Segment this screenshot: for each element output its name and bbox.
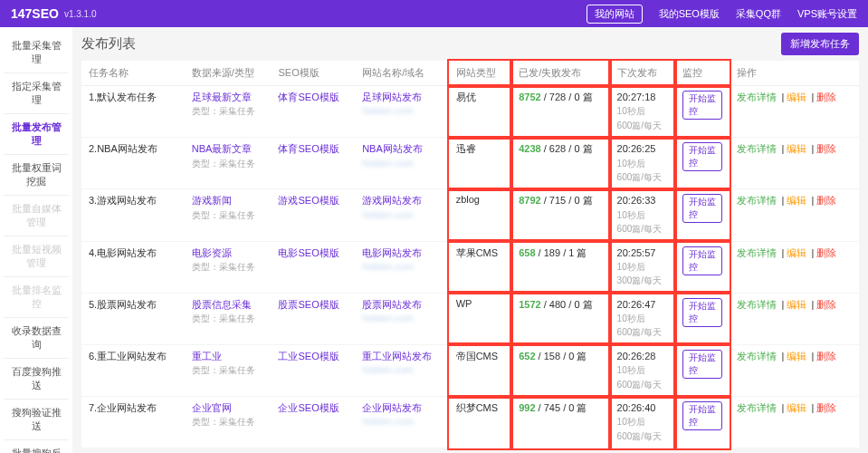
sidebar-item-0[interactable]: 批量采集管理 (4, 33, 69, 73)
nav-2[interactable]: 采集QQ群 (736, 7, 781, 21)
op-del[interactable]: 删除 (816, 143, 836, 154)
source-link[interactable]: 股票信息采集 (192, 299, 252, 310)
op-detail[interactable]: 发布详情 (737, 247, 777, 258)
cell-sitetype: 织梦CMS (449, 397, 512, 448)
col-3: 网站名称/域名 (355, 61, 449, 86)
source-link[interactable]: 足球最新文章 (192, 92, 252, 102)
op-del[interactable]: 删除 (816, 195, 836, 206)
cell-tpl: 电影SEO模版 (271, 241, 355, 293)
monitor-button[interactable]: 开始监控 (682, 246, 722, 275)
table-row: 1.默认发布任务足球最新文章类型：采集任务体育SEO模版足球网站发布hidden… (81, 86, 859, 138)
op-detail[interactable]: 发布详情 (737, 299, 777, 310)
cell-next: 20:26:2510秒后600篇/每天 (610, 138, 676, 189)
op-del[interactable]: 删除 (816, 247, 836, 258)
nav-3[interactable]: VPS账号设置 (797, 7, 857, 21)
monitor-button[interactable]: 开始监控 (682, 142, 722, 171)
tpl-link[interactable]: 企业SEO模版 (278, 402, 339, 413)
cell-site: 游戏网站发布hidden.com (355, 189, 449, 241)
op-detail[interactable]: 发布详情 (737, 195, 777, 206)
op-edit[interactable]: 编辑 (787, 247, 806, 258)
sidebar-item-10[interactable]: 批量搜狗反馈 (4, 440, 69, 453)
op-edit[interactable]: 编辑 (787, 195, 806, 206)
op-del[interactable]: 删除 (816, 402, 836, 413)
sidebar-item-3[interactable]: 批量权重词挖掘 (4, 155, 69, 196)
op-detail[interactable]: 发布详情 (737, 92, 777, 102)
cell-tpl: 体育SEO模版 (271, 138, 355, 189)
op-edit[interactable]: 编辑 (787, 351, 806, 361)
site-link[interactable]: 企业网站发布 (362, 402, 422, 413)
cell-next: 20:26:4010秒后600篇/每天 (610, 397, 676, 448)
table-row: 6.重工业网站发布重工业类型：采集任务工业SEO模版重工业网站发布hidden.… (81, 344, 859, 396)
monitor-button[interactable]: 开始监控 (682, 401, 722, 430)
sidebar-item-1[interactable]: 指定采集管理 (4, 73, 69, 114)
topbar: 147SEO v1.3.1.0 我的网站我的SEO模版采集QQ群VPS账号设置 (0, 0, 868, 27)
site-link[interactable]: 股票网站发布 (362, 299, 422, 310)
cell-next: 20:26:4710秒后600篇/每天 (610, 293, 676, 344)
cell-stats: 1572 / 480 / 0 篇 (511, 293, 609, 344)
source-link[interactable]: 游戏新闻 (192, 195, 232, 206)
monitor-button[interactable]: 开始监控 (682, 91, 722, 120)
cell-ops: 发布详情 | 编辑 | 删除 (730, 241, 859, 293)
cell-site: NBA网站发布hidden.com (355, 138, 449, 189)
cell-name: 3.游戏网站发布 (81, 189, 185, 241)
tpl-link[interactable]: 游戏SEO模版 (278, 195, 339, 206)
tpl-link[interactable]: 体育SEO模版 (278, 143, 339, 154)
monitor-button[interactable]: 开始监控 (682, 298, 722, 327)
site-link[interactable]: 重工业网站发布 (362, 351, 432, 361)
site-link[interactable]: 足球网站发布 (362, 92, 422, 102)
nav-0[interactable]: 我的网站 (587, 5, 643, 24)
op-del[interactable]: 删除 (816, 351, 836, 361)
op-del[interactable]: 删除 (816, 299, 836, 310)
source-link[interactable]: 电影资源 (192, 247, 232, 258)
source-link[interactable]: 重工业 (192, 351, 222, 361)
tpl-link[interactable]: 体育SEO模版 (278, 92, 339, 102)
op-detail[interactable]: 发布详情 (737, 402, 777, 413)
col-5: 已发/失败发布 (511, 61, 609, 86)
col-1: 数据来源/类型 (185, 61, 272, 86)
site-link[interactable]: 电影网站发布 (362, 247, 422, 258)
cell-tpl: 体育SEO模版 (271, 86, 355, 138)
cell-name: 5.股票网站发布 (81, 293, 185, 344)
cell-sitetype: 苹果CMS (449, 241, 512, 293)
op-edit[interactable]: 编辑 (787, 143, 806, 154)
cell-tpl: 企业SEO模版 (271, 397, 355, 448)
sidebar-item-7[interactable]: 收录数据查询 (4, 318, 69, 359)
cell-source: 游戏新闻类型：采集任务 (185, 189, 272, 241)
op-edit[interactable]: 编辑 (787, 299, 806, 310)
cell-next: 20:26:3310秒后600篇/每天 (610, 189, 676, 241)
cell-next: 20:27:1810秒后600篇/每天 (610, 86, 676, 138)
op-edit[interactable]: 编辑 (787, 92, 806, 102)
sidebar-item-6: 批量排名监控 (4, 277, 69, 318)
monitor-button[interactable]: 开始监控 (682, 194, 722, 223)
cell-source: 重工业类型：采集任务 (185, 344, 272, 396)
cell-sitetype: 易优 (449, 86, 512, 138)
sidebar-item-9[interactable]: 搜狗验证推送 (4, 400, 69, 440)
cell-site: 企业网站发布hidden.com (355, 397, 449, 448)
nav-1[interactable]: 我的SEO模版 (659, 7, 720, 21)
monitor-button[interactable]: 开始监控 (682, 350, 722, 379)
tpl-link[interactable]: 股票SEO模版 (278, 299, 339, 310)
op-edit[interactable]: 编辑 (787, 402, 806, 413)
site-link[interactable]: NBA网站发布 (362, 143, 423, 154)
col-0: 任务名称 (81, 61, 185, 86)
tpl-link[interactable]: 工业SEO模版 (278, 351, 339, 361)
add-task-button[interactable]: 新增发布任务 (781, 33, 859, 55)
cell-stats: 8792 / 715 / 0 篇 (511, 189, 609, 241)
col-7: 监控 (675, 61, 730, 86)
source-link[interactable]: 企业官网 (192, 402, 232, 413)
cell-monitor: 开始监控 (675, 397, 730, 448)
op-del[interactable]: 删除 (816, 92, 836, 102)
op-detail[interactable]: 发布详情 (737, 143, 777, 154)
cell-name: 4.电影网站发布 (81, 241, 185, 293)
main: 发布列表 新增发布任务 任务名称数据来源/类型SEO模版网站名称/域名网站类型已… (72, 27, 868, 453)
source-link[interactable]: NBA最新文章 (192, 143, 253, 154)
cell-next: 20:25:5710秒后300篇/每天 (610, 241, 676, 293)
op-detail[interactable]: 发布详情 (737, 351, 777, 361)
sidebar-item-2[interactable]: 批量发布管理 (4, 114, 69, 155)
cell-source: 电影资源类型：采集任务 (185, 241, 272, 293)
site-link[interactable]: 游戏网站发布 (362, 195, 422, 206)
sidebar-item-8[interactable]: 百度搜狗推送 (4, 359, 69, 400)
tpl-link[interactable]: 电影SEO模版 (278, 247, 339, 258)
col-4: 网站类型 (449, 61, 512, 86)
cell-ops: 发布详情 | 编辑 | 删除 (730, 189, 859, 241)
